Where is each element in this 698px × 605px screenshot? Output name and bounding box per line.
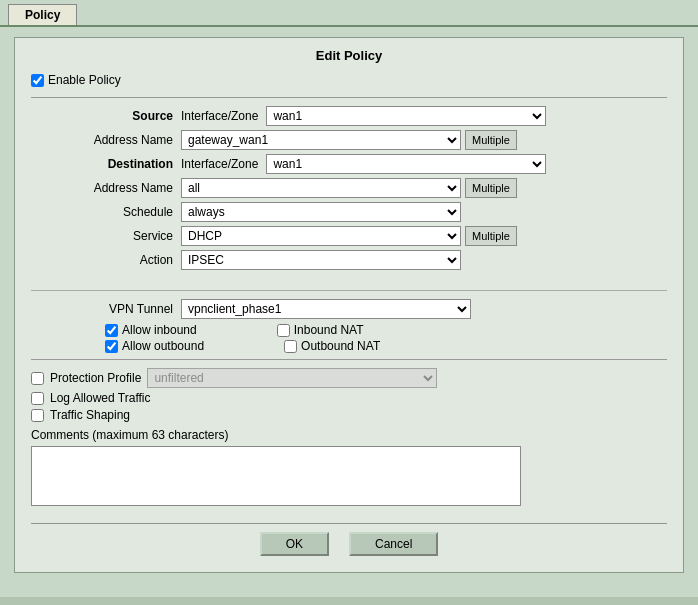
schedule-label: Schedule <box>31 205 181 219</box>
dest-group-label: Destination <box>31 157 181 171</box>
protection-profile-checkbox[interactable] <box>31 372 44 385</box>
tab-bar: Policy <box>0 0 698 27</box>
dest-multiple-button[interactable]: Multiple <box>465 178 517 198</box>
options-section: Protection Profile unfiltered Log Allowe… <box>31 359 667 509</box>
dest-interface-label: Interface/Zone <box>181 157 266 171</box>
button-row: OK Cancel <box>31 523 667 556</box>
vpn-tunnel-row: VPN Tunnel vpnclient_phase1 <box>31 299 667 319</box>
traffic-shaping-checkbox[interactable] <box>31 409 44 422</box>
source-address-select[interactable]: gateway_wan1 <box>181 130 461 150</box>
service-label: Service <box>31 229 181 243</box>
dest-address-label: Address Name <box>31 181 181 195</box>
source-address-row: Address Name gateway_wan1 Multiple <box>31 130 667 150</box>
source-interface-label: Interface/Zone <box>181 109 266 123</box>
source-address-label: Address Name <box>31 133 181 147</box>
vpn-tunnel-select[interactable]: vpnclient_phase1 <box>181 299 471 319</box>
source-multiple-button[interactable]: Multiple <box>465 130 517 150</box>
tab-policy[interactable]: Policy <box>8 4 77 25</box>
protection-profile-select-wrapper: unfiltered <box>147 368 437 388</box>
schedule-row: Schedule always <box>31 202 667 222</box>
comments-textarea[interactable] <box>31 446 521 506</box>
source-interface-row: Source Interface/Zone wan1 <box>31 106 667 126</box>
protection-profile-label: Protection Profile <box>50 371 141 385</box>
service-select[interactable]: DHCP <box>181 226 461 246</box>
comments-label: Comments (maximum 63 characters) <box>31 428 667 442</box>
schedule-control: always <box>181 202 461 222</box>
dest-interface-select[interactable]: wan1 <box>266 154 546 174</box>
allow-outbound-label: Allow outbound <box>122 339 204 353</box>
enable-policy-checkbox[interactable] <box>31 74 44 87</box>
source-interface-select[interactable]: wan1 <box>266 106 546 126</box>
main-content: Edit Policy Enable Policy Source Interfa… <box>0 27 698 597</box>
enable-policy-row: Enable Policy <box>31 73 667 87</box>
vpn-tunnel-label: VPN Tunnel <box>31 302 181 316</box>
inbound-nat-checkbox[interactable] <box>277 324 290 337</box>
service-control: DHCP Multiple <box>181 226 517 246</box>
service-row: Service DHCP Multiple <box>31 226 667 246</box>
source-group-label: Source <box>31 109 181 123</box>
inbound-nat-item: Inbound NAT <box>277 323 364 337</box>
vpn-divider <box>31 290 667 291</box>
dest-interface-control: wan1 <box>266 154 546 174</box>
action-select[interactable]: IPSEC <box>181 250 461 270</box>
traffic-shaping-label: Traffic Shaping <box>50 408 130 422</box>
outbound-nat-checkbox[interactable] <box>284 340 297 353</box>
action-row: Action IPSEC <box>31 250 667 270</box>
vpn-section: VPN Tunnel vpnclient_phase1 Allow inboun… <box>31 278 667 353</box>
ok-button[interactable]: OK <box>260 532 329 556</box>
action-control: IPSEC <box>181 250 461 270</box>
allow-outbound-item: Allow outbound <box>105 339 204 353</box>
edit-policy-panel: Edit Policy Enable Policy Source Interfa… <box>14 37 684 573</box>
service-multiple-button[interactable]: Multiple <box>465 226 517 246</box>
dest-address-select[interactable]: all <box>181 178 461 198</box>
dest-address-control: all Multiple <box>181 178 517 198</box>
inbound-row: Allow inbound Inbound NAT <box>31 323 667 337</box>
enable-policy-label: Enable Policy <box>48 73 121 87</box>
source-destination-section: Source Interface/Zone wan1 Address Name … <box>31 97 667 270</box>
source-address-control: gateway_wan1 Multiple <box>181 130 517 150</box>
inbound-nat-label: Inbound NAT <box>294 323 364 337</box>
allow-inbound-item: Allow inbound <box>105 323 197 337</box>
allow-inbound-label: Allow inbound <box>122 323 197 337</box>
protection-profile-select[interactable]: unfiltered <box>147 368 437 388</box>
allow-inbound-checkbox[interactable] <box>105 324 118 337</box>
traffic-shaping-row: Traffic Shaping <box>31 408 667 422</box>
log-traffic-checkbox[interactable] <box>31 392 44 405</box>
protection-profile-row: Protection Profile unfiltered <box>31 368 667 388</box>
action-label: Action <box>31 253 181 267</box>
source-interface-control: wan1 <box>266 106 546 126</box>
panel-title: Edit Policy <box>31 48 667 63</box>
dest-address-row: Address Name all Multiple <box>31 178 667 198</box>
allow-outbound-checkbox[interactable] <box>105 340 118 353</box>
outbound-nat-label: Outbound NAT <box>301 339 380 353</box>
schedule-select[interactable]: always <box>181 202 461 222</box>
cancel-button[interactable]: Cancel <box>349 532 438 556</box>
outbound-nat-item: Outbound NAT <box>284 339 380 353</box>
log-traffic-label: Log Allowed Traffic <box>50 391 151 405</box>
dest-interface-row: Destination Interface/Zone wan1 <box>31 154 667 174</box>
log-traffic-row: Log Allowed Traffic <box>31 391 667 405</box>
outbound-row: Allow outbound Outbound NAT <box>31 339 667 353</box>
